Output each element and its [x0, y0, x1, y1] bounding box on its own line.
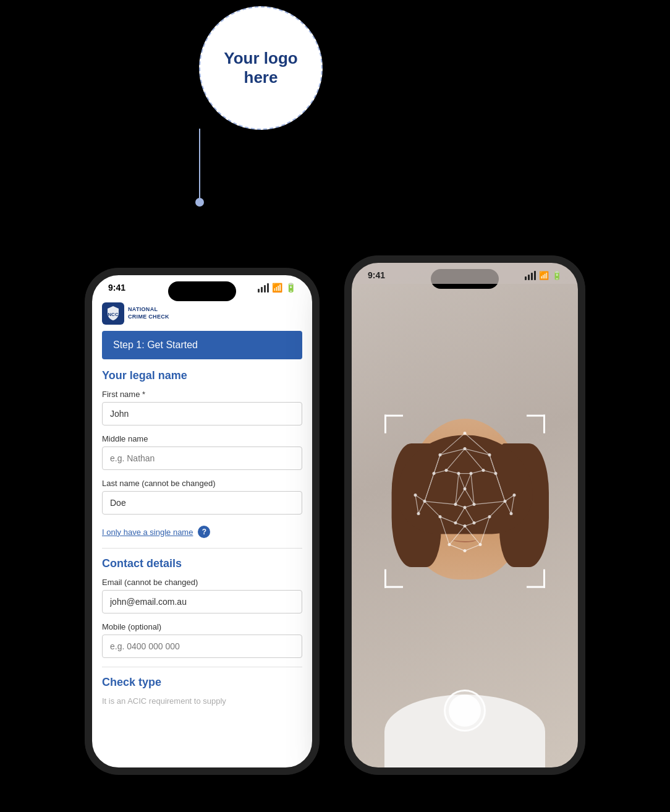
last-name-label: Last name (cannot be changed) [102, 479, 302, 488]
left-status-icons: 📶 🔋 [258, 283, 296, 293]
right-phone: 9:41 📶 🔋 [344, 255, 585, 775]
wifi-icon: 📶 [272, 283, 282, 293]
single-name-row: I only have a single name ? [91, 523, 313, 548]
left-phone-screen: 9:41 📶 🔋 [91, 274, 313, 769]
face-scan-screen: 9:41 📶 🔋 [350, 262, 579, 769]
middle-name-input[interactable] [102, 447, 302, 470]
connector-line [199, 129, 200, 203]
single-name-link[interactable]: I only have a single name [102, 528, 193, 537]
right-wifi-icon: 📶 [539, 271, 549, 280]
legal-name-title: Your legal name [91, 369, 313, 390]
last-name-field: Last name (cannot be changed) [91, 479, 313, 523]
first-name-label: First name * [102, 390, 302, 399]
check-type-hint: It is an ACIC requirement to supply [91, 696, 313, 706]
right-status-icons: 📶 🔋 [525, 271, 562, 280]
ncc-header: NCC NATIONAL CRIME CHECK [91, 296, 313, 331]
right-phone-screen: 9:41 📶 🔋 [350, 262, 579, 769]
left-screen-content: 9:41 📶 🔋 [91, 274, 313, 769]
middle-name-label: Middle name [102, 434, 302, 443]
dynamic-island-left [168, 281, 236, 301]
step-banner: Step 1: Get Started [102, 331, 302, 359]
first-name-input[interactable] [102, 402, 302, 425]
email-label: Email (cannot be changed) [102, 578, 302, 587]
corner-tr [527, 415, 545, 434]
divider2 [102, 667, 302, 667]
mobile-label: Mobile (optional) [102, 622, 302, 631]
capture-button[interactable] [444, 690, 486, 732]
right-time: 9:41 [368, 270, 385, 280]
capture-btn-inner [449, 694, 481, 727]
middle-name-field: Middle name [91, 434, 313, 479]
right-battery-icon: 🔋 [552, 271, 562, 280]
right-status-bar: 9:41 📶 🔋 [350, 262, 579, 284]
email-field: Email (cannot be changed) [91, 578, 313, 622]
help-icon[interactable]: ? [198, 526, 210, 538]
battery-icon: 🔋 [286, 283, 296, 293]
scan-frame [384, 415, 545, 588]
email-input[interactable] [102, 590, 302, 613]
ncc-shield: NCC [102, 302, 124, 325]
corner-bl [384, 570, 403, 588]
left-time: 9:41 [108, 283, 125, 293]
left-phone: 9:41 📶 🔋 [85, 268, 320, 775]
mobile-input[interactable] [102, 635, 302, 658]
logo-bubble: Your logohere [199, 6, 323, 130]
last-name-input[interactable] [102, 491, 302, 515]
right-signal [525, 271, 536, 280]
connector-dot [195, 198, 204, 207]
mobile-field: Mobile (optional) [91, 622, 313, 667]
svg-text:NCC: NCC [108, 312, 119, 317]
first-name-field: First name * [91, 390, 313, 434]
corner-tl [384, 415, 403, 434]
ncc-org-name: NATIONAL CRIME CHECK [128, 306, 169, 320]
main-scene: Your logohere 9:41 [0, 0, 670, 812]
logo-text: Your logohere [224, 49, 297, 87]
contact-title: Contact details [91, 557, 313, 578]
check-type-title: Check type [91, 676, 313, 696]
ncc-logo: NCC NATIONAL CRIME CHECK [102, 302, 169, 325]
divider [102, 548, 302, 549]
corner-br [527, 570, 545, 588]
signal-bars [258, 283, 269, 293]
